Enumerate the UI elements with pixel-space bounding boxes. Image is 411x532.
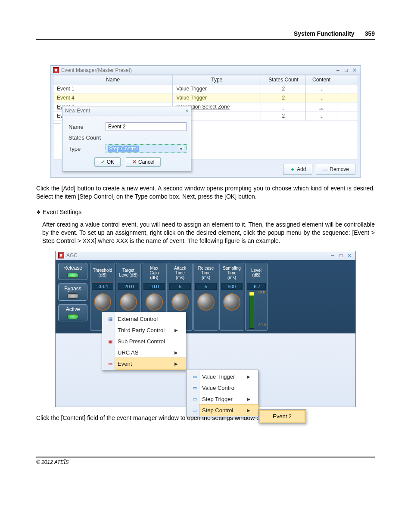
lamp-icon <box>67 314 78 319</box>
submenu-arrow-icon: ▶ <box>174 328 178 333</box>
release-time-col[interactable]: ReleaseTime(ms) 5 <box>193 263 218 331</box>
submenu-arrow-icon: ▶ <box>247 374 250 379</box>
lamp-icon <box>67 273 78 278</box>
folder-icon: ▭ <box>191 395 199 402</box>
knob-icon[interactable] <box>171 293 189 311</box>
page-footer: © 2012 ATEÏS <box>36 457 375 465</box>
diamond-icon: ❖ <box>36 209 41 215</box>
folder-icon: ▭ <box>191 373 199 380</box>
knob-icon[interactable] <box>146 293 163 311</box>
menu-item-external-control[interactable]: ▦ External Control <box>115 313 186 324</box>
col-name[interactable]: Name <box>53 75 173 84</box>
event-settings-heading: ❖Event Settings <box>36 208 375 215</box>
minimize-icon[interactable]: – <box>334 67 341 73</box>
maximize-icon[interactable]: □ <box>343 67 350 73</box>
cancel-button[interactable]: ✕Cancel <box>126 157 161 167</box>
states-value: - <box>106 134 187 141</box>
popup-close-icon[interactable]: + <box>184 108 190 114</box>
submenu-arrow-icon: ▶ <box>247 408 250 413</box>
menu-item-step-trigger[interactable]: ▭ Step Trigger ▶ <box>199 393 258 404</box>
event-submenu[interactable]: ▭ Value Trigger ▶ ▭ Value Control ▭ Step… <box>186 370 258 417</box>
bypass-button[interactable]: Bypass <box>58 283 87 301</box>
knob-icon[interactable] <box>94 293 111 311</box>
header-page-number: 359 <box>365 30 375 37</box>
x-icon: ✕ <box>132 159 137 165</box>
window-title: Event Manager(Master Preset) <box>61 67 334 73</box>
app-icon: ✖ <box>58 252 64 258</box>
lamp-icon <box>67 293 78 299</box>
threshold-value[interactable]: -38.4 <box>92 283 113 290</box>
context-menu[interactable]: ▦ External Control Third Party Control ▶… <box>102 312 186 370</box>
col-type[interactable]: Type <box>173 75 261 84</box>
level-meter <box>249 292 254 329</box>
chevron-down-icon: ▾ <box>178 146 184 151</box>
release-button[interactable]: Release <box>58 263 87 280</box>
window-titlebar: ✖ Event Manager(Master Preset) – □ ✕ <box>50 66 361 75</box>
menu-item-event[interactable]: ▭ Event ▶ <box>115 358 186 370</box>
knob-icon[interactable] <box>120 293 137 311</box>
folder-icon: ▭ <box>191 384 199 391</box>
maximize-icon[interactable]: □ <box>338 252 345 258</box>
submenu-arrow-icon: ▶ <box>247 397 250 401</box>
table-row[interactable]: Event 1 Value Trigger 2 ... <box>53 84 358 93</box>
knob-icon[interactable] <box>197 293 215 311</box>
type-select[interactable]: Step Control ▾ <box>106 144 187 153</box>
submenu-arrow-icon: ▶ <box>174 361 178 366</box>
instruction-paragraph-2: After creating a value control event, yo… <box>42 221 375 245</box>
col-content[interactable]: Content <box>306 75 337 84</box>
col-states[interactable]: States Count <box>261 75 306 84</box>
remove-button[interactable]: —Remove <box>316 164 355 175</box>
ok-button[interactable]: ✓OK <box>94 157 121 167</box>
menu-item-urc-as[interactable]: URC AS ▶ <box>115 347 186 358</box>
knob-icon[interactable] <box>223 293 240 311</box>
agc-title: AGC <box>66 252 329 258</box>
minus-icon: — <box>322 166 328 173</box>
control-icon: ▦ <box>106 315 114 322</box>
type-label: Type <box>68 146 106 152</box>
active-button[interactable]: Active <box>58 304 87 321</box>
folder-icon: ▭ <box>191 407 199 414</box>
menu-item-step-control[interactable]: ▭ Step Control ▶ <box>199 404 258 416</box>
table-row[interactable]: Event 4 Value Trigger 2 ... <box>53 93 358 103</box>
header-section: System Functionality <box>294 30 355 37</box>
name-field[interactable] <box>106 122 187 131</box>
app-icon: ✖ <box>53 67 59 73</box>
agc-titlebar: ✖ AGC – □ ✕ <box>56 251 355 260</box>
event-name-submenu[interactable]: Event 2 <box>258 409 306 423</box>
check-icon: ✓ <box>101 159 105 165</box>
page-header: System Functionality 359 <box>36 30 375 40</box>
event-icon: ▭ <box>106 360 114 367</box>
preset-icon: ▣ <box>106 338 114 345</box>
close-icon[interactable]: ✕ <box>351 67 358 73</box>
plus-icon: ＋ <box>290 165 295 173</box>
popup-title: New Event <box>65 108 90 114</box>
menu-item-value-control[interactable]: ▭ Value Control <box>199 382 258 393</box>
instruction-paragraph-1: Click the [Add] button to create a new e… <box>36 184 375 201</box>
states-label: States Count <box>68 134 106 141</box>
menu-item-sub-preset[interactable]: ▣ Sub Preset Control <box>115 336 186 347</box>
submenu-arrow-icon: ▶ <box>174 350 178 355</box>
sampling-col[interactable]: SamplingTime(ms) 500 <box>219 263 244 331</box>
add-button[interactable]: ＋Add <box>283 164 312 175</box>
close-icon[interactable]: ✕ <box>346 252 353 258</box>
name-label: Name <box>68 124 106 130</box>
menu-item-third-party[interactable]: Third Party Control ▶ <box>115 324 186 336</box>
new-event-popup: New Event + Name States Count - Type Ste… <box>62 106 191 171</box>
copyright: © 2012 ATEÏS <box>36 459 69 465</box>
menu-item-event2[interactable]: Event 2 <box>259 410 305 423</box>
level-col: Level(dB) -6.7 20.0 -20.0 <box>245 263 268 331</box>
minimize-icon[interactable]: – <box>329 252 336 258</box>
menu-item-value-trigger[interactable]: ▭ Value Trigger ▶ <box>199 371 258 382</box>
